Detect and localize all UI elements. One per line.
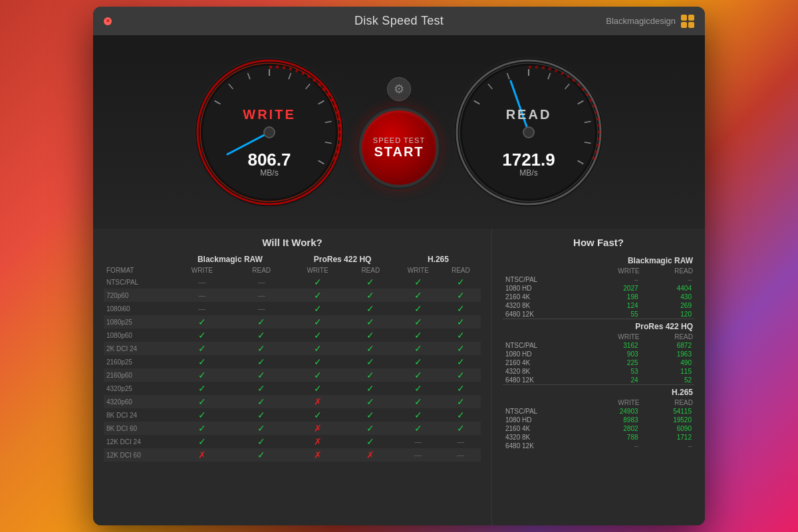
wiw-status-cell: — [396,435,441,448]
wiw-status-cell: ✗ [289,395,345,408]
wiw-status-cell: ✓ [171,368,234,382]
svg-point-15 [264,127,275,138]
table-row: 1080p60✓✓✓✓✓✓ [104,329,481,342]
wiw-table: Blackmagic RAW ProRes 422 HQ H.265 FORMA… [104,253,481,462]
wiw-col-bmraw: Blackmagic RAW [171,253,290,265]
hf-row-label: NTSC/PAL [503,341,587,350]
wiw-status-cell: ✗ [346,448,396,462]
wiw-status-cell: — [233,302,289,315]
wiw-status-cell: ✓ [441,408,481,422]
hf-row-label: 1080 HD [503,350,587,358]
how-fast-panel: How Fast? Blackmagic RAWWRITEREADNTSC/PA… [492,229,705,525]
hf-row-label: NTSC/PAL [503,407,587,416]
wiw-format-cell: 2160p25 [104,355,171,368]
wiw-format-cell: 8K DCI 60 [104,422,171,435]
hf-row-value: 430 [641,293,694,301]
hf-row-value: 19520 [641,416,694,424]
hf-row-label: 4320 8K [503,301,587,310]
wiw-status-cell: — [233,275,289,289]
write-gauge: WRITE 806.7 MB/s [193,56,346,209]
wiw-status-cell: ✓ [289,315,345,329]
table-row: 12K DCI 60✗✓✗✗—— [104,448,481,462]
close-button[interactable]: ✕ [104,17,112,25]
start-button[interactable]: SPEED TEST START [359,108,439,188]
wiw-sub-bmraw-write: WRITE [171,265,234,275]
svg-text:MB/s: MB/s [260,168,278,178]
wiw-status-cell: ✓ [289,355,345,368]
wiw-status-cell: ✓ [171,355,234,368]
wiw-status-cell: ✓ [233,382,289,395]
hf-row-label: 1080 HD [503,284,587,293]
svg-point-34 [523,127,534,138]
wiw-format-cell: 2160p60 [104,368,171,382]
hf-data-row: 6480 12K2452 [503,376,694,385]
wiw-status-cell: ✗ [289,435,345,448]
hf-row-value: 124 [587,301,640,310]
wiw-status-cell: ✓ [346,408,396,422]
wiw-status-cell: — [171,275,234,289]
hf-row-label: 2160 4K [503,358,587,367]
wiw-format-cell: 1080p60 [104,329,171,342]
hf-row-value: 4404 [641,284,694,293]
wiw-status-cell: ✓ [346,289,396,302]
hf-row-value: 6090 [641,424,694,433]
hf-col-labels: WRITEREAD [503,267,694,275]
wiw-status-cell: ✓ [396,368,441,382]
svg-text:MB/s: MB/s [519,168,537,178]
hf-row-value: 24903 [587,407,640,416]
data-section: Will It Work? Blackmagic RAW ProRes 422 … [93,229,705,525]
settings-button[interactable]: ⚙ [387,77,411,101]
hf-row-value: 3162 [587,341,640,350]
wiw-status-cell: ✓ [233,408,289,422]
hf-col-labels: WRITEREAD [503,398,694,407]
hf-row-value: 1712 [641,433,694,442]
wiw-status-cell: ✓ [233,422,289,435]
wiw-status-cell: ✓ [396,355,441,368]
wiw-status-cell: ✓ [441,289,481,302]
hf-row-value: 8983 [587,416,640,424]
hf-row-value: 2027 [587,284,640,293]
wiw-status-cell: ✓ [171,342,234,355]
wiw-format-cell: 1080p25 [104,315,171,329]
hf-col-label: READ [641,332,694,341]
wiw-status-cell: ✓ [441,315,481,329]
wiw-status-cell: ✓ [289,382,345,395]
wiw-status-cell: ✓ [441,355,481,368]
wiw-status-cell: ✓ [233,448,289,462]
hf-col-label: READ [641,267,694,275]
wiw-status-cell: ✓ [289,368,345,382]
hf-data-row: 6480 12K–– [503,442,694,450]
wiw-status-cell: ✓ [441,382,481,395]
wiw-status-cell: ✓ [441,395,481,408]
table-row: 8K DCI 60✓✓✗✓✓✓ [104,422,481,435]
hf-data-row: NTSC/PAL–– [503,275,694,284]
table-row: 8K DCI 24✓✓✓✓✓✓ [104,408,481,422]
start-line2: START [374,144,424,160]
wiw-sub-prores-write: WRITE [289,265,345,275]
wiw-status-cell: — [441,448,481,462]
wiw-status-cell: ✓ [396,408,441,422]
wiw-col-prores: ProRes 422 HQ [289,253,396,265]
gauges-section: WRITE 806.7 MB/s ⚙ SPEED TEST START [93,36,705,229]
wiw-status-cell: ✓ [289,302,345,315]
hf-data-row: 1080 HD9031963 [503,350,694,358]
hf-row-value: 490 [641,358,694,367]
wiw-status-cell: ✓ [441,302,481,315]
table-row: 720p60——✓✓✓✓ [104,289,481,302]
wiw-status-cell: ✓ [171,422,234,435]
svg-text:READ: READ [506,107,552,122]
hf-row-label: 4320 8K [503,433,587,442]
brand-area: Blackmagicdesign [606,15,694,28]
table-row: 2K DCI 24✓✓✓✓✓✓ [104,342,481,355]
hf-row-label: NTSC/PAL [503,275,587,284]
wiw-status-cell: ✓ [346,342,396,355]
wiw-format-cell: 1080i60 [104,302,171,315]
wiw-status-cell: ✓ [233,342,289,355]
hf-data-row: 2160 4K28026090 [503,424,694,433]
wiw-status-cell: ✓ [289,275,345,289]
hf-row-label: 6480 12K [503,442,587,450]
write-gauge-container: WRITE 806.7 MB/s [193,56,346,209]
wiw-status-cell: ✓ [346,315,396,329]
hf-group-header: Blackmagic RAW [503,253,694,267]
wiw-status-cell: ✓ [346,275,396,289]
